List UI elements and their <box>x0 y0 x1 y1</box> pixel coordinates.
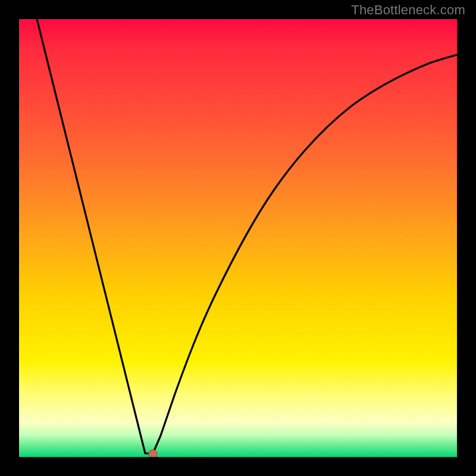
bottleneck-curve <box>37 19 457 453</box>
marker-dot <box>149 450 157 457</box>
plot-area <box>19 19 457 457</box>
watermark-text: TheBottleneck.com <box>351 2 465 18</box>
curve-layer <box>19 19 457 457</box>
chart-frame: TheBottleneck.com <box>0 0 476 476</box>
